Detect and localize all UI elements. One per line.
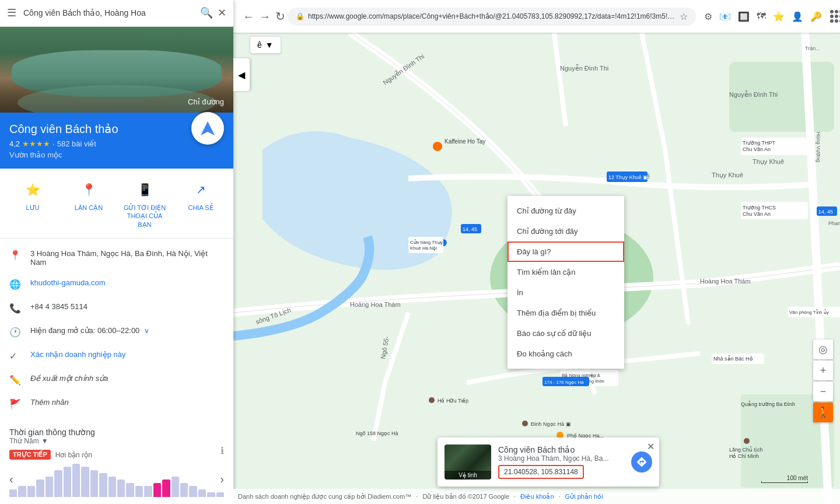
hours-toggle[interactable]: ∨ — [144, 327, 149, 335]
ctx-add-missing-place[interactable]: Thêm địa điểm bị thiếu — [508, 303, 624, 323]
suggest-edit-row[interactable]: ✏️ Đề xuất một chỉnh sửa — [0, 368, 233, 392]
next-chevron[interactable]: › — [220, 473, 224, 486]
reload-button[interactable]: ↻ — [275, 9, 285, 23]
svg-text:Lăng Chủ tịch: Lăng Chủ tịch — [729, 446, 763, 453]
extension1-icon[interactable]: ⚙ — [704, 11, 712, 22]
sidebar-toggle-button[interactable]: ◀ — [233, 58, 250, 91]
recenter-button[interactable]: ◎ — [813, 340, 833, 359]
live-badge: TRỰC TIẾP — [9, 450, 51, 460]
info-icon[interactable]: ℹ — [220, 445, 224, 456]
save-label: LƯU — [26, 204, 39, 212]
chart-bar-8 — [81, 467, 89, 497]
direction-arrow-icon — [201, 121, 215, 135]
verify-row[interactable]: ✓ Xác nhận doanh nghiệp này — [0, 344, 233, 368]
direction-fab[interactable] — [191, 112, 224, 145]
nearby-icon: 📍 — [77, 178, 100, 201]
place-category: Vườn thảo mộc — [9, 150, 224, 159]
nearby-button[interactable]: 📍 LÂN CẬN — [65, 178, 112, 229]
menu-icon[interactable]: ☰ — [7, 6, 16, 19]
scale-text: 100 mét — [787, 475, 808, 481]
extension2-icon[interactable]: 📧 — [719, 11, 731, 22]
sidebar: ☰ Công viên Bách thảo, Hoàng Hoa 🔍 ✕ Chỉ… — [0, 0, 233, 504]
card-directions-button[interactable] — [631, 452, 652, 473]
chart-bar-21 — [198, 489, 206, 497]
close-icon[interactable]: ✕ — [218, 6, 226, 19]
save-button[interactable]: ⭐ LƯU — [9, 178, 56, 229]
chart-bar-0 — [9, 489, 17, 497]
add-label-row[interactable]: 🚩 Thêm nhãn — [0, 392, 233, 416]
satellite-label: Vệ tinh — [444, 471, 491, 480]
share-button[interactable]: ↗ CHIA SẺ — [177, 178, 224, 229]
place-card-bottom: Vệ tinh Công viên Bách thảo 3 Hoàng Hoa … — [438, 438, 659, 487]
ctx-measure-distance[interactable]: Đo khoảng cách — [508, 344, 624, 364]
svg-text:Hoàng Hoa Thám: Hoàng Hoa Thám — [700, 278, 751, 285]
extension7-icon[interactable]: 🔑 — [810, 11, 822, 22]
transport-mode-button[interactable]: ê ▼ — [250, 36, 281, 54]
svg-text:Nguyễn Đình Thi: Nguyễn Đình Thi — [560, 64, 608, 72]
send-to-phone-button[interactable]: 📱 GỬI TỚI ĐIỆN THOẠI CỦA BẠN — [121, 178, 168, 229]
svg-text:14, 45: 14, 45 — [818, 209, 833, 215]
toolbar-icons: ⚙ 📧 🔲 🗺 ⭐ 👤 🔑 — [701, 11, 825, 22]
apps-icon[interactable] — [830, 10, 840, 23]
ctx-print[interactable]: In — [508, 282, 624, 303]
zoom-in-button[interactable]: + — [813, 360, 833, 380]
terms-link[interactable]: Điều khoản — [520, 493, 554, 501]
map-area: Nguyễn Đình Thi Nguyễn Đình Thi Nguyễn Đ… — [233, 33, 840, 504]
svg-text:Thụy Khuê: Thụy Khuê — [752, 158, 784, 166]
card-info: Công viên Bách thảo 3 Hoàng Hoa Thám, Ng… — [498, 445, 626, 479]
address-icon: 📍 — [9, 250, 21, 261]
ctx-whats-here[interactable]: Đây là gì? — [508, 242, 624, 262]
address-text: 3 Hoàng Hoa Thám, Ngọc Hà, Ba Đình, Hà N… — [30, 249, 224, 267]
ctx-directions-from[interactable]: Chỉ đường từ đây — [508, 201, 624, 221]
forward-button[interactable]: → — [259, 10, 271, 23]
map-background: Nguyễn Đình Thi Nguyễn Đình Thi Nguyễn Đ… — [233, 33, 840, 504]
chart-bar-22 — [207, 492, 215, 497]
action-buttons: ⭐ LƯU 📍 LÂN CẬN 📱 GỬI TỚI ĐIỆN THOẠI CỦA… — [0, 169, 233, 239]
chart-bar-23 — [216, 492, 224, 497]
bookmark-icon[interactable]: ☆ — [680, 11, 688, 22]
extension4-icon[interactable]: 🗺 — [757, 11, 766, 22]
feedback-link[interactable]: Gửi phản hồi — [565, 493, 603, 501]
svg-text:Hoàng Hoa Thám: Hoàng Hoa Thám — [350, 301, 401, 308]
chart-bar-18 — [172, 477, 179, 497]
extension3-icon[interactable]: 🔲 — [738, 11, 750, 22]
coords-box: 21.040528, 105.831148 — [498, 465, 584, 479]
pegman-button[interactable]: 🚶 — [813, 402, 833, 422]
extension6-icon[interactable]: 👤 — [792, 11, 803, 22]
details-section: 📍 3 Hoàng Hoa Thám, Ngọc Hà, Ba Đình, Hà… — [0, 239, 233, 421]
chart-bar-11 — [108, 477, 116, 497]
address-row: 📍 3 Hoàng Hoa Thám, Ngọc Hà, Ba Đình, Hà… — [0, 243, 233, 272]
card-close-button[interactable]: ✕ — [647, 441, 654, 452]
chart-bar-4 — [46, 477, 53, 497]
bar-chart — [9, 462, 224, 497]
ctx-directions-to[interactable]: Chỉ đường tới đây — [508, 221, 624, 242]
svg-text:12 Thụy Khuê ▣: 12 Thụy Khuê ▣ — [608, 174, 648, 180]
ctx-search-nearby[interactable]: Tìm kiếm lân cận — [508, 262, 624, 282]
svg-text:Khuê Hà Nội: Khuê Hà Nội — [410, 246, 437, 251]
directions-link[interactable]: Chỉ đường — [188, 97, 224, 106]
svg-text:Quảng trường Ba Đình: Quảng trường Ba Đình — [741, 401, 795, 407]
chart-bar-19 — [180, 483, 188, 497]
chart-bar-15 — [144, 486, 152, 497]
search-input[interactable]: Công viên Bách thảo, Hoàng Hoa — [23, 8, 195, 18]
website-row[interactable]: 🌐 khudothi-gamuda.com — [0, 272, 233, 296]
svg-point-58 — [744, 438, 750, 444]
scale-line — [761, 481, 808, 483]
chart-bar-20 — [189, 486, 197, 497]
prev-chevron[interactable]: ‹ — [9, 473, 13, 486]
back-button[interactable]: ← — [243, 10, 254, 23]
search-icon[interactable]: 🔍 — [200, 6, 213, 19]
lock-icon: 🔒 — [296, 12, 304, 20]
chart-bar-1 — [18, 486, 26, 497]
browser-topnav: ← → ↻ 🔒 https://www.google.com/maps/plac… — [233, 0, 840, 33]
suggest-edit-text: Đề xuất một chỉnh sửa — [30, 374, 224, 383]
hours-text: Hiện đang mở cửa: 06:00–22:00 ∨ — [30, 326, 224, 335]
svg-text:Phan: Phan — [828, 220, 840, 226]
zoom-out-button[interactable]: − — [813, 382, 833, 401]
url-bar[interactable]: 🔒 https://www.google.com/maps/place/Công… — [288, 8, 696, 26]
verify-icon: ✓ — [9, 351, 21, 362]
svg-text:Kaffeine Ho Tay: Kaffeine Ho Tay — [444, 138, 485, 145]
ctx-report-data[interactable]: Báo cáo sự cố dữ liệu — [508, 323, 624, 344]
day-dropdown[interactable]: Thứ Năm ▼ — [9, 437, 224, 445]
extension5-icon[interactable]: ⭐ — [773, 11, 785, 22]
